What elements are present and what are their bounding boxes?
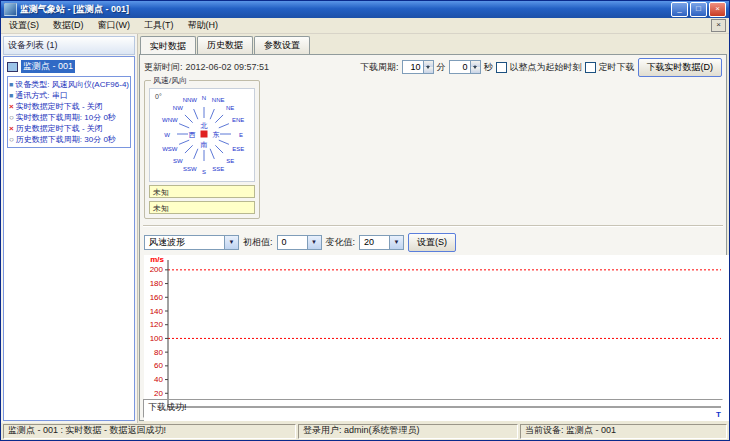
device-info-row: ■通讯方式: 串口 bbox=[9, 90, 129, 101]
main-content: 设备列表 (1) 监测点 - 001 ■设备类型: 风速风向仪(ACF96-4)… bbox=[1, 34, 729, 423]
close-button[interactable]: × bbox=[709, 2, 726, 17]
compass-east-label: 东 bbox=[213, 131, 220, 138]
menu-item-2[interactable]: 窗口(W) bbox=[91, 18, 138, 33]
tab-0[interactable]: 实时数据 bbox=[140, 36, 196, 54]
device-tree: 监测点 - 001 ■设备类型: 风速风向仪(ACF96-4)■通讯方式: 串口… bbox=[3, 56, 135, 421]
device-info-text: 设备类型: 风速风向仪(ACF96-4) bbox=[15, 79, 129, 90]
chevron-down-icon[interactable] bbox=[389, 236, 403, 249]
period-label: 下载周期: bbox=[360, 61, 399, 74]
status-device-message: 监测点 - 001 : 实时数据 - 数据返回成功! bbox=[3, 424, 296, 439]
compass-ray bbox=[185, 145, 193, 153]
compass-direction-label: SSE bbox=[212, 166, 224, 172]
compass-ray bbox=[215, 115, 223, 123]
menu-item-3[interactable]: 工具(T) bbox=[137, 18, 181, 33]
status-current-device: 当前设备: 监测点 - 001 bbox=[520, 424, 727, 439]
y-tick-label: 120 bbox=[150, 320, 164, 329]
initial-phase-value: 0 bbox=[278, 237, 307, 247]
app-icon bbox=[4, 3, 17, 16]
tab-1[interactable]: 历史数据 bbox=[197, 36, 253, 54]
device-info-row: ×历史数据定时下载 - 关闭 bbox=[9, 123, 129, 134]
compass-ray bbox=[194, 149, 198, 159]
compass-ray bbox=[185, 115, 193, 123]
device-info-text: 历史数据定时下载 - 关闭 bbox=[16, 123, 103, 134]
realtime-page: 更新时间: 2012-06-02 09:57:51 下载周期: 10 分 0 bbox=[139, 54, 727, 421]
period-marker-icon: ○ bbox=[9, 134, 14, 145]
waveform-select-value: 风速波形 bbox=[145, 236, 224, 249]
minutes-unit-label: 分 bbox=[437, 61, 446, 74]
menu-item-1[interactable]: 数据(D) bbox=[46, 18, 91, 33]
status-bar: 监测点 - 001 : 实时数据 - 数据返回成功! 登录用户: admin(系… bbox=[1, 423, 729, 440]
set-button[interactable]: 设置(S) bbox=[408, 233, 456, 252]
compass-direction-label: W bbox=[164, 132, 170, 138]
off-marker-icon: × bbox=[9, 101, 14, 112]
status-login-user: 登录用户: admin(系统管理员) bbox=[298, 424, 518, 439]
menu-item-4[interactable]: 帮助(H) bbox=[181, 18, 226, 33]
wind-direction-field: 未知 bbox=[149, 201, 255, 214]
wind-group-title: 风速/风向 bbox=[151, 75, 189, 86]
compass-ray bbox=[179, 140, 189, 144]
seconds-stepper[interactable]: 0 bbox=[449, 60, 481, 74]
y-tick-label: 160 bbox=[150, 293, 164, 302]
download-realtime-button[interactable]: 下载实时数据(D) bbox=[638, 58, 723, 77]
device-info-row: ○历史数据下载周期: 30分 0秒 bbox=[9, 134, 129, 145]
chevron-down-icon[interactable] bbox=[307, 236, 321, 249]
device-tree-node[interactable]: 监测点 - 001 bbox=[7, 60, 132, 73]
waveform-select[interactable]: 风速波形 bbox=[144, 235, 239, 250]
monitor-icon bbox=[7, 62, 18, 72]
device-info-text: 实时数据定时下载 - 关闭 bbox=[16, 101, 103, 112]
menu-item-0[interactable]: 设置(S) bbox=[2, 18, 46, 33]
minutes-spinner bbox=[423, 61, 433, 73]
compass-ray bbox=[219, 124, 229, 128]
chevron-down-icon[interactable] bbox=[224, 236, 238, 249]
y-tick-label: 80 bbox=[154, 348, 163, 357]
delta-select[interactable]: 20 bbox=[359, 235, 404, 250]
update-time-label: 更新时间: bbox=[144, 61, 183, 74]
y-tick-label: 20 bbox=[154, 389, 163, 398]
device-info-box: ■设备类型: 风速风向仪(ACF96-4)■通讯方式: 串口×实时数据定时下载 … bbox=[7, 76, 131, 148]
hour-start-checkbox-label: 以整点为起始时刻 bbox=[510, 61, 582, 74]
compass-direction-label: ENE bbox=[232, 117, 244, 123]
minimize-button[interactable]: _ bbox=[671, 2, 688, 17]
y-tick-label: 140 bbox=[150, 307, 164, 316]
attr-marker-icon: ■ bbox=[9, 79, 13, 90]
period-marker-icon: ○ bbox=[9, 112, 14, 123]
delta-label: 变化值: bbox=[326, 236, 356, 249]
device-list-header: 设备列表 (1) bbox=[3, 36, 135, 55]
y-tick-label: 200 bbox=[150, 265, 164, 274]
initial-phase-select[interactable]: 0 bbox=[277, 235, 322, 250]
realtime-toolbar: 更新时间: 2012-06-02 09:57:51 下载周期: 10 分 0 bbox=[140, 55, 726, 77]
compass-direction-label: ESE bbox=[232, 146, 244, 152]
device-node-label: 监测点 - 001 bbox=[21, 60, 75, 73]
device-info-text: 实时数据下载周期: 10分 0秒 bbox=[16, 112, 116, 123]
timed-download-checkbox[interactable] bbox=[585, 62, 596, 73]
hour-start-checkbox[interactable] bbox=[496, 62, 507, 73]
y-axis-unit-label: m/s bbox=[150, 255, 164, 264]
tab-2[interactable]: 参数设置 bbox=[254, 36, 310, 54]
menu-bar: 设置(S)数据(D)窗口(W)工具(T)帮助(H)× bbox=[1, 18, 729, 34]
device-info-row: ○实时数据下载周期: 10分 0秒 bbox=[9, 112, 129, 123]
device-info-row: ■设备类型: 风速风向仪(ACF96-4) bbox=[9, 79, 129, 90]
minutes-stepper[interactable]: 10 bbox=[402, 60, 434, 74]
child-close-icon[interactable]: × bbox=[711, 19, 726, 32]
compass-ray bbox=[215, 145, 223, 153]
compass-direction-label: NW bbox=[173, 105, 183, 111]
device-info-row: ×实时数据定时下载 - 关闭 bbox=[9, 101, 129, 112]
timed-download-checkbox-label: 定时下载 bbox=[599, 61, 635, 74]
maximize-button[interactable]: □ bbox=[690, 2, 707, 17]
compass-ray bbox=[179, 124, 189, 128]
delta-value: 20 bbox=[360, 237, 389, 247]
spin-down-icon[interactable] bbox=[424, 67, 433, 73]
y-tick-label: 180 bbox=[150, 279, 164, 288]
tab-strip: 实时数据历史数据参数设置 bbox=[139, 35, 727, 54]
wind-speed-field: 未知 bbox=[149, 185, 255, 198]
y-tick-label: 100 bbox=[150, 334, 164, 343]
y-tick-label: 40 bbox=[154, 375, 163, 384]
update-time-value: 2012-06-02 09:57:51 bbox=[186, 62, 270, 72]
compass-west-label: 西 bbox=[189, 131, 196, 139]
compass-direction-label: SE bbox=[226, 158, 234, 164]
compass-panel: 0°NNNENEENEEESESESSESSSWSWWSWWWNWNWNNW北南… bbox=[149, 88, 255, 182]
off-marker-icon: × bbox=[9, 123, 14, 134]
spin-down-icon[interactable] bbox=[471, 67, 480, 73]
download-status-message: 下载成功! bbox=[143, 399, 723, 418]
title-bar: 监测气象站 - [监测点 - 001] _□× bbox=[1, 1, 729, 18]
